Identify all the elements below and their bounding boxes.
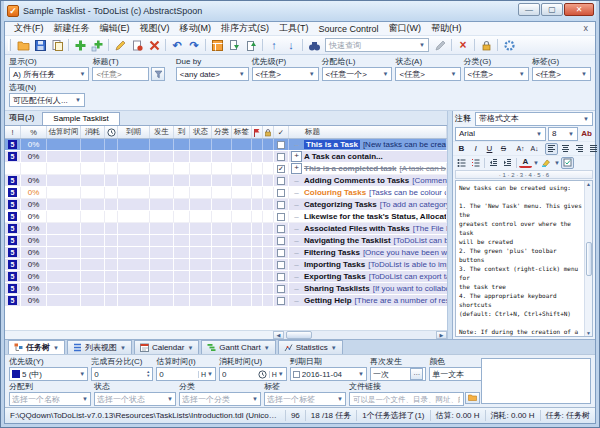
font-color-button[interactable]: A: [519, 157, 532, 168]
menu-item[interactable]: 窗口(W): [384, 22, 427, 35]
task-checkbox[interactable]: [277, 165, 285, 173]
tree-expand-toggle[interactable]: [289, 176, 304, 185]
task-row[interactable]: 5 0%: [5, 187, 447, 199]
column-due[interactable]: 到期: [118, 126, 150, 138]
expand-all-button[interactable]: [226, 38, 242, 53]
column-tags[interactable]: 标签: [232, 126, 252, 138]
align-center-button[interactable]: [559, 143, 572, 155]
close-search-button[interactable]: ×: [455, 38, 471, 53]
tree-expand-toggle[interactable]: [289, 296, 304, 305]
password-lock-button[interactable]: [478, 38, 494, 53]
underline-button[interactable]: U: [483, 143, 496, 155]
collapse-all-button[interactable]: [243, 38, 259, 53]
tree-expand-toggle[interactable]: [289, 163, 304, 174]
shrink-font-button[interactable]: A↓: [528, 143, 541, 155]
preferences-button[interactable]: [501, 38, 517, 53]
file-link-input[interactable]: [349, 392, 464, 406]
task-row[interactable]: 5 0%: [5, 295, 447, 307]
filter-due-combo[interactable]: <any date>▼: [176, 67, 249, 81]
quick-search-combo[interactable]: 快速查询▼: [325, 38, 429, 52]
save-button[interactable]: [32, 38, 48, 53]
chevron-down-icon[interactable]: ▼: [533, 160, 539, 166]
task-row[interactable]: 5 0%: [5, 211, 447, 223]
maximize-button[interactable]: ▢: [541, 3, 563, 16]
bullet-list-button[interactable]: [455, 157, 468, 169]
outdent-button[interactable]: [487, 157, 500, 169]
menu-item[interactable]: 编辑(E): [95, 22, 135, 35]
edit-task-button[interactable]: [112, 38, 128, 53]
tab-task-tree[interactable]: 任务树▼: [8, 340, 65, 354]
open-button[interactable]: [15, 38, 31, 53]
task-row[interactable]: 5 0%: [5, 223, 447, 235]
column-start[interactable]: 发生: [150, 126, 174, 138]
menu-item[interactable]: 视图(V): [135, 22, 175, 35]
task-checkbox[interactable]: [277, 237, 285, 245]
italic-button[interactable]: I: [469, 143, 482, 155]
filter-show-combo[interactable]: A) 所有任务▼: [9, 67, 89, 81]
task-checkbox[interactable]: [277, 201, 285, 209]
horizontal-scrollbar[interactable]: ◀ ▶: [5, 330, 447, 339]
task-row[interactable]: 5 0%: [5, 151, 447, 163]
task-checkbox[interactable]: [277, 213, 285, 221]
bold-button[interactable]: B: [455, 143, 468, 155]
align-right-button[interactable]: [573, 143, 586, 155]
edit-comments-box[interactable]: [481, 358, 591, 404]
filter-tags-combo[interactable]: <任意>▼: [532, 67, 591, 81]
menu-item[interactable]: 排序方式(S): [216, 22, 274, 35]
close-button[interactable]: ✕: [564, 3, 594, 16]
category-combo[interactable]: 选择一个分类▼: [179, 392, 261, 406]
tree-expand-toggle[interactable]: [289, 224, 304, 233]
task-checkbox[interactable]: [277, 141, 285, 149]
task-checkbox[interactable]: [277, 189, 285, 197]
minimize-button[interactable]: —: [518, 3, 540, 16]
task-checkbox[interactable]: [277, 177, 285, 185]
menu-item[interactable]: 帮助(H): [426, 22, 467, 35]
undo-button[interactable]: ↶: [169, 38, 185, 53]
task-row[interactable]: 5 0%: [5, 199, 447, 211]
task-checkbox[interactable]: [277, 249, 285, 257]
filter-title-input[interactable]: [92, 67, 149, 81]
font-size-combo[interactable]: 8▼: [548, 127, 578, 141]
strikethrough-button[interactable]: S: [497, 143, 510, 155]
scroll-right-button[interactable]: ▶: [436, 331, 447, 339]
quick-find-button[interactable]: [432, 38, 448, 53]
close-tasklist-button[interactable]: x: [584, 23, 592, 33]
file-browse-button[interactable]: [465, 392, 480, 404]
priority-combo[interactable]: 5 (中)▼: [9, 367, 88, 381]
find-tasks-button[interactable]: [306, 38, 322, 53]
task-checkbox[interactable]: [277, 153, 285, 161]
maximize-view-button[interactable]: [209, 38, 225, 53]
column-estimate[interactable]: 估算时间: [47, 126, 81, 138]
filter-alloc-combo[interactable]: <任意一个>▼: [322, 67, 393, 81]
task-checkbox[interactable]: [277, 285, 285, 293]
task-row[interactable]: 5 0%: [5, 283, 447, 295]
insert-checkbox-button[interactable]: [561, 157, 574, 169]
assign-combo[interactable]: 选择一个名称▼: [9, 392, 91, 406]
scrollbar-track[interactable]: [284, 331, 436, 339]
new-task-button[interactable]: [72, 38, 88, 53]
task-checkbox[interactable]: [277, 297, 285, 305]
column-priority[interactable]: !: [5, 126, 21, 138]
task-row[interactable]: 5 0%: [5, 259, 447, 271]
tree-expand-toggle[interactable]: [289, 188, 304, 197]
menu-item[interactable]: 工具(T): [274, 22, 314, 35]
estimate-unit-combo[interactable]: H▼: [198, 371, 213, 378]
tree-expand-toggle[interactable]: [289, 236, 304, 245]
task-checkbox[interactable]: [277, 273, 285, 281]
menu-item[interactable]: 移动(M): [175, 22, 217, 35]
task-row[interactable]: 5 0%: [5, 271, 447, 283]
column-category[interactable]: 分类: [212, 126, 232, 138]
highlight-button[interactable]: [540, 157, 553, 169]
titlebar[interactable]: ✓ Sample Tasklist - ToDoList (c) Abstrac…: [4, 1, 596, 21]
spent-field[interactable]: 0H▼: [219, 367, 287, 381]
column-lock[interactable]: [263, 126, 274, 138]
recurrence-browse-button[interactable]: …: [410, 368, 423, 380]
status-combo[interactable]: 选择一个状态▼: [94, 392, 176, 406]
scroll-left-button[interactable]: ◀: [273, 331, 284, 339]
scrollbar-thumb[interactable]: [286, 331, 312, 339]
char-map-button[interactable]: Ab: [580, 128, 593, 140]
menu-item[interactable]: Source Control: [314, 24, 384, 34]
tasklist-tab[interactable]: Sample Tasklist: [42, 112, 119, 125]
tab-statistics[interactable]: Statistics▼: [278, 340, 343, 354]
align-left-button[interactable]: [545, 143, 558, 155]
